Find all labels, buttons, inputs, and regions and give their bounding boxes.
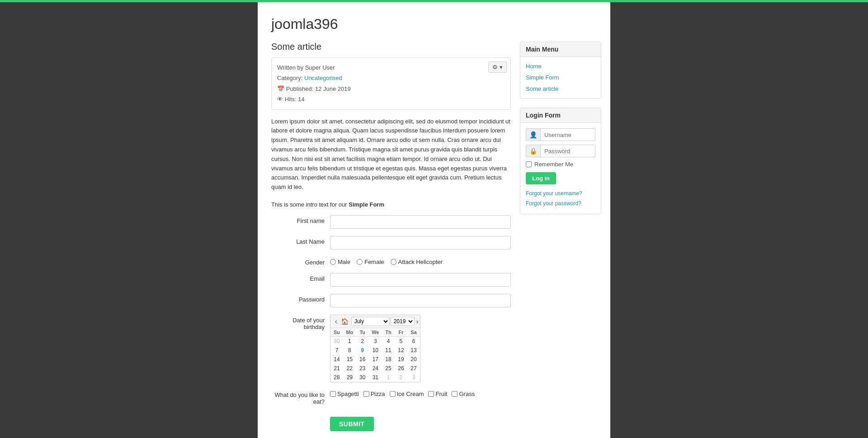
cal-header-th: Th: [382, 328, 395, 337]
sidebar-item-some-article[interactable]: Some article: [520, 83, 601, 94]
food-grass-checkbox[interactable]: [452, 391, 458, 397]
calendar-day[interactable]: 9: [356, 346, 369, 355]
cal-header-we: We: [369, 328, 382, 337]
category-label: Category:: [277, 75, 302, 81]
food-icecream[interactable]: Ice Cream: [390, 391, 424, 397]
first-name-input[interactable]: [330, 215, 511, 229]
calendar-day[interactable]: 23: [356, 364, 369, 373]
food-pizza-checkbox[interactable]: [363, 391, 369, 397]
food-pizza[interactable]: Pizza: [363, 391, 385, 397]
calendar-day[interactable]: 24: [369, 364, 382, 373]
calendar-day[interactable]: 1: [343, 336, 356, 346]
intro-text: This is some intro text for our Simple F…: [271, 201, 511, 208]
food-fruit-checkbox[interactable]: [428, 391, 434, 397]
calendar-prev-btn[interactable]: ‹: [333, 318, 339, 325]
calendar-day[interactable]: 26: [395, 364, 407, 373]
calendar-nav-center: 🏠 July JanuaryFebruaryMarch AprilMayJune…: [339, 317, 415, 326]
password-input[interactable]: [330, 294, 511, 307]
calendar-day[interactable]: 21: [330, 364, 343, 373]
forgot-username-link[interactable]: Forgot your username?: [526, 189, 595, 199]
login-password-input[interactable]: [541, 146, 595, 157]
calendar-day[interactable]: 3: [369, 336, 382, 346]
calendar-day[interactable]: 10: [369, 346, 382, 355]
calendar-home-btn[interactable]: 🏠: [339, 318, 350, 325]
calendar-day[interactable]: 12: [395, 346, 407, 355]
main-content: Some article Written by Super User Categ…: [271, 42, 511, 431]
gear-button[interactable]: ⚙ ▾: [488, 61, 507, 73]
article-body: Lorem ipsum dolor sit amet, consectetur …: [271, 117, 511, 192]
calendar-day[interactable]: 13: [407, 346, 420, 355]
category-link[interactable]: Uncategorised: [304, 75, 342, 81]
calendar-day[interactable]: 17: [369, 355, 382, 364]
birthday-label: Date of your birthday: [271, 315, 330, 330]
calendar-day[interactable]: 27: [407, 364, 420, 373]
calendar-grid: Su Mo Tu We Th Fr Sa 3012345678: [330, 328, 420, 382]
calendar-day[interactable]: 20: [407, 355, 420, 364]
calendar-day[interactable]: 16: [356, 355, 369, 364]
calendar-day[interactable]: 19: [395, 355, 407, 364]
calendar-day[interactable]: 11: [382, 346, 395, 355]
last-name-input[interactable]: [330, 236, 511, 250]
food-spagetti[interactable]: Spagetti: [330, 391, 359, 397]
calendar-day[interactable]: 22: [343, 364, 356, 373]
login-box: Login Form 👤 🔒 Remember Me Log in: [520, 108, 601, 214]
calendar-day[interactable]: 30: [356, 373, 369, 382]
gender-helicopter-option[interactable]: Attack Helicopter: [391, 259, 443, 265]
calendar-day[interactable]: 2: [356, 336, 369, 346]
food-grass[interactable]: Grass: [452, 391, 475, 397]
main-menu-box: Main Menu Home Simple Form Some article: [520, 42, 601, 99]
calendar-next-btn[interactable]: ›: [415, 318, 420, 325]
published-label: Published:: [286, 85, 314, 92]
sidebar-item-simple-form[interactable]: Simple Form: [520, 72, 601, 83]
calendar-day[interactable]: 4: [382, 336, 395, 346]
remember-me-label: Remember Me: [534, 161, 573, 168]
calendar-day[interactable]: 30: [330, 336, 343, 346]
calendar-icon: 📅: [277, 85, 286, 92]
username-input[interactable]: [541, 129, 595, 141]
user-icon: 👤: [526, 129, 541, 141]
submit-row: SUBMIT: [271, 412, 511, 431]
remember-row: Remember Me: [526, 161, 595, 168]
calendar-day[interactable]: 1: [382, 373, 395, 382]
forgot-password-link[interactable]: Forgot your password?: [526, 199, 595, 209]
calendar-day[interactable]: 14: [330, 355, 343, 364]
calendar-day[interactable]: 5: [395, 336, 407, 346]
food-spagetti-checkbox[interactable]: [330, 391, 336, 397]
gender-male-radio[interactable]: [330, 259, 336, 265]
gender-female-radio[interactable]: [357, 259, 363, 265]
remember-me-checkbox[interactable]: [526, 161, 532, 167]
calendar-day[interactable]: 28: [330, 373, 343, 382]
calendar-day[interactable]: 15: [343, 355, 356, 364]
gender-female-option[interactable]: Female: [357, 259, 384, 265]
username-field: 👤: [526, 128, 595, 141]
email-group: Email: [271, 273, 511, 287]
sidebar-item-home[interactable]: Home: [520, 61, 601, 72]
meta-published: 📅 Published: 12 June 2019: [277, 84, 505, 94]
last-name-group: Last Name: [271, 236, 511, 250]
gender-radio-group: Male Female Attack Helicopter: [330, 257, 443, 265]
calendar-day[interactable]: 29: [343, 373, 356, 382]
food-icecream-checkbox[interactable]: [390, 391, 396, 397]
calendar-day[interactable]: 6: [407, 336, 420, 346]
gender-helicopter-radio[interactable]: [391, 259, 396, 265]
calendar-day[interactable]: 18: [382, 355, 395, 364]
calendar-month-select[interactable]: July JanuaryFebruaryMarch AprilMayJune J…: [351, 317, 390, 326]
email-input[interactable]: [330, 273, 511, 287]
cal-header-mo: Mo: [343, 328, 356, 337]
calendar-day[interactable]: 8: [343, 346, 356, 355]
calendar-day[interactable]: 25: [382, 364, 395, 373]
submit-button[interactable]: SUBMIT: [330, 417, 374, 431]
calendar-day[interactable]: 7: [330, 346, 343, 355]
calendar-day[interactable]: 31: [369, 373, 382, 382]
gender-male-label: Male: [338, 259, 350, 265]
page-wrapper: joomla396 Some article Written by Super …: [258, 2, 610, 438]
gender-male-option[interactable]: Male: [330, 259, 350, 265]
calendar-day[interactable]: 2: [395, 373, 407, 382]
gear-icon: ⚙: [492, 64, 498, 71]
food-fruit[interactable]: Fruit: [428, 391, 447, 397]
calendar-year-select[interactable]: 2019 20172018201920202021: [391, 317, 415, 326]
login-button[interactable]: Log in: [526, 172, 556, 184]
password-field: 🔒: [526, 145, 595, 157]
first-name-label: First name: [271, 215, 330, 224]
calendar-day[interactable]: 3: [407, 373, 420, 382]
